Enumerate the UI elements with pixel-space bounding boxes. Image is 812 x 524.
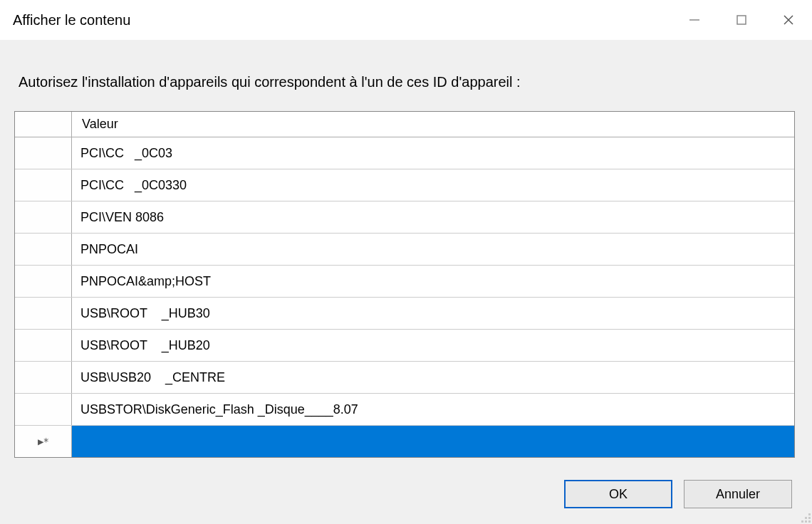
new-row[interactable]: ▶* xyxy=(15,426,794,457)
table-row[interactable]: USB\ROOT _HUB20 xyxy=(15,330,794,362)
value-cell[interactable]: USB\ROOT _HUB20 xyxy=(72,330,794,361)
table-row[interactable]: USBSTOR\DiskGeneric_Flash _Disque____8.0… xyxy=(15,394,794,426)
minimize-button[interactable] xyxy=(671,0,718,40)
row-header[interactable] xyxy=(15,298,72,329)
window-title: Afficher le contenu xyxy=(13,12,130,28)
close-button[interactable] xyxy=(765,0,812,40)
row-header[interactable] xyxy=(15,137,72,169)
minimize-icon xyxy=(688,14,701,26)
new-row-cell[interactable] xyxy=(72,426,794,457)
maximize-icon xyxy=(735,14,748,26)
device-id-grid[interactable]: Valeur PCI\CC _0C03 PCI\CC _0C0330 PCI\V… xyxy=(14,111,795,458)
table-row[interactable]: PCI\CC _0C03 xyxy=(15,137,794,169)
table-row[interactable]: PCI\CC _0C0330 xyxy=(15,169,794,201)
row-header[interactable] xyxy=(15,234,72,265)
row-header[interactable] xyxy=(15,362,72,393)
table-row[interactable]: PNPOCAI&amp;HOST xyxy=(15,266,794,298)
ok-button[interactable]: OK xyxy=(564,480,672,508)
cancel-button[interactable]: Annuler xyxy=(684,480,792,508)
value-cell[interactable]: PCI\CC _0C03 xyxy=(72,137,794,169)
row-header[interactable] xyxy=(15,394,72,425)
value-cell[interactable]: PCI\CC _0C0330 xyxy=(72,169,794,201)
value-cell[interactable]: PNPOCAI xyxy=(72,234,794,265)
instruction-text: Autorisez l'installation d'appareils qui… xyxy=(19,74,521,90)
value-cell[interactable]: PNPOCAI&amp;HOST xyxy=(72,266,794,297)
maximize-button[interactable] xyxy=(718,0,765,40)
resize-grip[interactable] xyxy=(798,510,811,523)
value-cell[interactable]: PCI\VEN 8086 xyxy=(72,201,794,233)
row-header[interactable] xyxy=(15,201,72,233)
value-cell[interactable]: USB\USB20 _CENTRE xyxy=(72,362,794,393)
value-cell[interactable]: USB\ROOT _HUB30 xyxy=(72,298,794,329)
dialog-buttons: OK Annuler xyxy=(564,480,792,508)
table-row[interactable]: USB\ROOT _HUB30 xyxy=(15,298,794,330)
client-area: Autorisez l'installation d'appareils qui… xyxy=(0,40,812,524)
table-row[interactable]: USB\USB20 _CENTRE xyxy=(15,362,794,394)
new-row-input[interactable] xyxy=(72,426,794,457)
column-header-value[interactable]: Valeur xyxy=(72,112,794,137)
table-row[interactable]: PNPOCAI xyxy=(15,234,794,266)
value-cell[interactable]: USBSTOR\DiskGeneric_Flash _Disque____8.0… xyxy=(72,394,794,425)
window-buttons xyxy=(671,0,812,40)
grid-corner-cell[interactable] xyxy=(15,112,72,137)
titlebar: Afficher le contenu xyxy=(0,0,812,40)
row-header[interactable] xyxy=(15,266,72,297)
table-row[interactable]: PCI\VEN 8086 xyxy=(15,201,794,234)
row-header[interactable] xyxy=(15,330,72,361)
close-icon xyxy=(781,13,796,27)
grid-header-row: Valeur xyxy=(15,112,794,137)
row-header[interactable] xyxy=(15,169,72,201)
svg-rect-1 xyxy=(737,16,746,24)
new-row-indicator-icon: ▶* xyxy=(38,436,48,447)
new-row-header[interactable]: ▶* xyxy=(15,426,72,457)
